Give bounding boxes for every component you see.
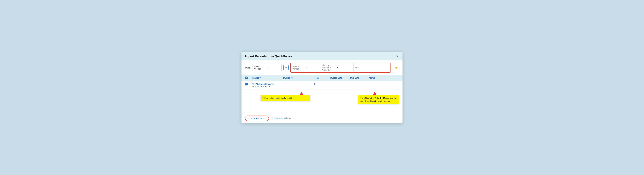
col-invoice-no: Invoice No xyxy=(283,77,313,79)
refresh-button[interactable]: ↻ xyxy=(283,65,289,70)
filter-memo-input[interactable]: N/A xyxy=(354,65,390,70)
filter-vendor-dropdown[interactable]: Filter By Vendor... ▾ xyxy=(291,64,320,71)
row-select-checkbox[interactable] xyxy=(245,83,248,85)
row-checkbox[interactable] xyxy=(245,83,251,85)
filter-vendor-placeholder: Filter By Vendor... xyxy=(292,65,305,70)
chevron-down-icon: ▾ xyxy=(337,67,352,69)
select-all-checkbox[interactable] xyxy=(245,77,248,79)
import-records-button[interactable]: Import Records xyxy=(245,116,269,121)
col-total: Total xyxy=(314,77,329,79)
clear-filters-button[interactable]: ⊗ xyxy=(394,65,399,70)
row-vendor: AIRPittsburgh Systems, Inc.INDUSTRIAL In… xyxy=(252,83,282,87)
filter-amount-dropdown[interactable]: Filter By Number or Amount... ▾ xyxy=(320,63,354,72)
filters-group: Filter By Vendor... ▾ Filter By Number o… xyxy=(290,63,391,73)
refresh-icon: ↻ xyxy=(285,66,287,69)
import-dialog: Import Records from QuickBooks × Type Ve… xyxy=(242,52,402,123)
col-due-date: Due Date xyxy=(350,77,368,79)
chevron-down-icon: ▾ xyxy=(306,67,318,69)
sort-icon[interactable]: ▽ xyxy=(260,77,261,79)
annotation-area: ▲ ▲ Filters to help find specific credit… xyxy=(242,90,402,113)
records-selected-label: (1x) records selected xyxy=(272,117,292,120)
chevron-down-icon: ▾ xyxy=(268,67,280,69)
tooltip-filters: Filters to help find specific credits xyxy=(260,95,310,101)
row-total: $ xyxy=(314,83,329,85)
table-header: Vendor ▽ Invoice No Total Invoice Date D… xyxy=(242,75,402,81)
type-value: Vendor Credits xyxy=(254,65,266,70)
col-memo: Memo xyxy=(369,77,399,79)
filter-amount-placeholder: Filter By Number or Amount... xyxy=(322,64,336,71)
type-dropdown[interactable]: Vendor Credits ▾ xyxy=(252,64,282,71)
toolbar: Type Vendor Credits ▾ ↻ Filter By Vendor… xyxy=(242,60,402,75)
col-invoice-date: Invoice Date xyxy=(330,77,349,79)
col-checkbox[interactable] xyxy=(245,77,251,79)
col-vendor: Vendor ▽ xyxy=(252,77,282,79)
clear-icon: ⊗ xyxy=(395,66,398,70)
tooltip-memo: Type N/A in the Filter by Memo field to … xyxy=(358,95,399,104)
dialog-title: Import Records from QuickBooks xyxy=(245,55,292,58)
table-container: Vendor ▽ Invoice No Total Invoice Date D… xyxy=(242,75,402,90)
type-label: Type xyxy=(245,66,250,69)
dialog-header: Import Records from QuickBooks × xyxy=(242,52,402,60)
footer: Import Records (1x) records selected xyxy=(242,113,402,123)
table-row: AIRPittsburgh Systems, Inc.INDUSTRIAL In… xyxy=(242,81,402,90)
close-button[interactable]: × xyxy=(395,54,399,58)
